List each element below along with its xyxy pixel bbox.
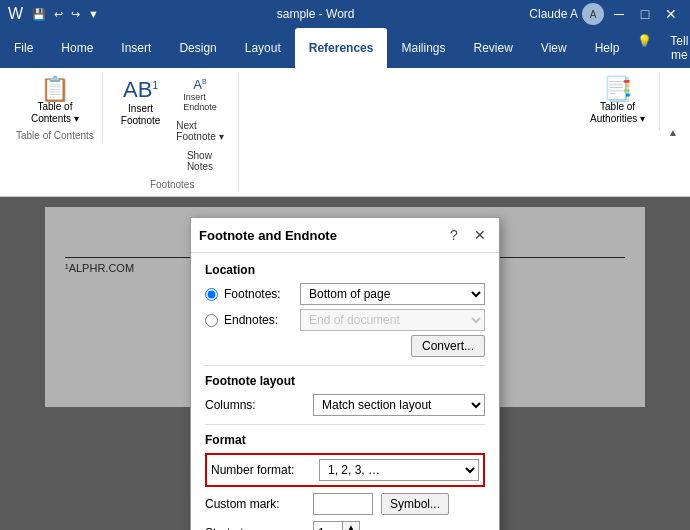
footnote-layout-section: Footnote layout Columns: Match section l… xyxy=(205,374,485,416)
minimize-btn[interactable]: ─ xyxy=(608,3,630,25)
show-notes-label: ShowNotes xyxy=(187,150,213,172)
toa-icon: 📑 xyxy=(603,77,633,101)
tab-view[interactable]: View xyxy=(527,28,581,68)
footnotes-group-title: Footnotes xyxy=(150,177,194,190)
tab-review[interactable]: Review xyxy=(460,28,527,68)
tab-layout[interactable]: Layout xyxy=(231,28,295,68)
close-btn[interactable]: ✕ xyxy=(660,3,682,25)
quick-redo-btn[interactable]: ↪ xyxy=(68,7,83,22)
endnotes-label: Endnotes: xyxy=(224,313,294,327)
dialog-title: Footnote and Endnote xyxy=(199,228,337,243)
quick-save-btn[interactable]: 💾 xyxy=(29,7,49,22)
number-format-highlighted: Number format: 1, 2, 3, … xyxy=(205,453,485,487)
custom-mark-label: Custom mark: xyxy=(205,497,305,511)
footnotes-radio[interactable] xyxy=(205,288,218,301)
start-at-label: Start at: xyxy=(205,526,305,530)
number-format-select[interactable]: 1, 2, 3, … xyxy=(319,459,479,481)
tab-help[interactable]: Help xyxy=(581,28,634,68)
tab-file[interactable]: File xyxy=(0,28,47,68)
table-of-authorities-btn[interactable]: 📑 Table ofAuthorities ▾ xyxy=(584,74,651,128)
lightbulb-icon: 💡 xyxy=(633,28,656,68)
tab-references[interactable]: References xyxy=(295,28,388,68)
insert-footnote-label: InsertFootnote xyxy=(121,103,160,127)
format-section-label: Format xyxy=(205,433,485,447)
endnote-icon: AB xyxy=(193,77,206,92)
endnotes-radio-row: Endnotes: End of document xyxy=(205,309,485,331)
next-footnote-btn[interactable]: NextFootnote ▾ xyxy=(170,117,229,145)
footnotes-radio-row: Footnotes: Bottom of page xyxy=(205,283,485,305)
maximize-btn[interactable]: □ xyxy=(634,3,656,25)
divider-1 xyxy=(205,365,485,366)
toa-label: Table ofAuthorities ▾ xyxy=(590,101,645,125)
tab-home[interactable]: Home xyxy=(47,28,107,68)
location-section: Location Footnotes: Bottom of page Endno… xyxy=(205,263,485,357)
dialog-controls: ? ✕ xyxy=(443,224,491,246)
ribbon: File Home Insert Design Layout Reference… xyxy=(0,28,690,197)
next-footnote-label: NextFootnote ▾ xyxy=(176,120,223,142)
document-area: ¹ALPHR.COM Footnote and Endnote ? ✕ Loca… xyxy=(0,197,690,530)
tab-insert[interactable]: Insert xyxy=(107,28,165,68)
number-format-row: Number format: 1, 2, 3, … xyxy=(211,459,479,481)
toc-label: Table ofContents ▾ xyxy=(31,101,79,125)
columns-row: Columns: Match section layout xyxy=(205,394,485,416)
endnotes-radio[interactable] xyxy=(205,314,218,327)
endnotes-position-select: End of document xyxy=(300,309,485,331)
divider-2 xyxy=(205,424,485,425)
ribbon-collapse-btn[interactable]: ▲ xyxy=(664,125,682,140)
quick-access-toolbar: 💾 ↩ ↪ ▼ xyxy=(29,7,102,22)
columns-label: Columns: xyxy=(205,398,305,412)
tab-tell-me[interactable]: Tell me xyxy=(656,28,690,68)
ribbon-content: 📋 Table ofContents ▾ Table of Contents A… xyxy=(0,68,690,197)
custom-mark-row: Custom mark: Symbol... xyxy=(205,493,485,515)
insert-endnote-label: InsertEndnote xyxy=(183,92,217,112)
insert-endnote-btn[interactable]: AB InsertEndnote xyxy=(170,74,229,115)
footnote-layout-label: Footnote layout xyxy=(205,374,485,388)
footnotes-position-select[interactable]: Bottom of page xyxy=(300,283,485,305)
location-section-label: Location xyxy=(205,263,485,277)
quick-more-btn[interactable]: ▼ xyxy=(85,7,102,22)
title-bar: W 💾 ↩ ↪ ▼ sample - Word Claude A A ─ □ ✕ xyxy=(0,0,690,28)
ribbon-group-toa: 📑 Table ofAuthorities ▾ xyxy=(576,72,660,130)
spinner-arrows: ▲ ▼ xyxy=(342,522,359,530)
ribbon-group-toc: 📋 Table ofContents ▾ Table of Contents xyxy=(8,72,103,143)
dialog-titlebar: Footnote and Endnote ? ✕ xyxy=(191,218,499,253)
avatar: A xyxy=(582,3,604,25)
convert-btn-row: Convert... xyxy=(205,335,485,357)
ribbon-tabs: File Home Insert Design Layout Reference… xyxy=(0,28,690,68)
start-at-spinner: ▲ ▼ xyxy=(313,521,360,530)
window-title: sample - Word xyxy=(102,7,529,21)
spin-up-btn[interactable]: ▲ xyxy=(343,522,359,530)
dialog-help-btn[interactable]: ? xyxy=(443,224,465,246)
number-format-label: Number format: xyxy=(211,463,311,477)
dialog-body: Location Footnotes: Bottom of page Endno… xyxy=(191,253,499,530)
word-icon: W xyxy=(8,5,23,23)
columns-select[interactable]: Match section layout xyxy=(313,394,485,416)
dialog-overlay: Footnote and Endnote ? ✕ Location Footno… xyxy=(0,197,690,530)
insert-footnote-btn[interactable]: AB1 InsertFootnote xyxy=(115,74,166,175)
footnote-extras: AB InsertEndnote NextFootnote ▾ ShowNote… xyxy=(170,74,229,175)
start-at-input[interactable] xyxy=(314,522,342,530)
toc-group-title: Table of Contents xyxy=(16,128,94,141)
quick-undo-btn[interactable]: ↩ xyxy=(51,7,66,22)
tab-design[interactable]: Design xyxy=(165,28,230,68)
tab-mailings[interactable]: Mailings xyxy=(387,28,459,68)
title-bar-left: W 💾 ↩ ↪ ▼ xyxy=(8,5,102,23)
format-section: Format Number format: 1, 2, 3, … Custom … xyxy=(205,433,485,530)
toc-icon: 📋 xyxy=(40,77,70,101)
start-at-row: Start at: ▲ ▼ xyxy=(205,521,485,530)
symbol-btn[interactable]: Symbol... xyxy=(381,493,449,515)
table-of-contents-btn[interactable]: 📋 Table ofContents ▾ xyxy=(25,74,85,128)
ribbon-group-footnotes: AB1 InsertFootnote AB InsertEndnote Next… xyxy=(107,72,239,192)
dialog-close-btn[interactable]: ✕ xyxy=(469,224,491,246)
footnote-endnote-dialog: Footnote and Endnote ? ✕ Location Footno… xyxy=(190,217,500,530)
convert-btn[interactable]: Convert... xyxy=(411,335,485,357)
footnote-icon: AB1 xyxy=(123,77,158,103)
user-area: Claude A A ─ □ ✕ xyxy=(529,3,682,25)
footnotes-label: Footnotes: xyxy=(224,287,294,301)
custom-mark-input[interactable] xyxy=(313,493,373,515)
show-notes-btn[interactable]: ShowNotes xyxy=(170,147,229,175)
user-name: Claude A xyxy=(529,7,578,21)
